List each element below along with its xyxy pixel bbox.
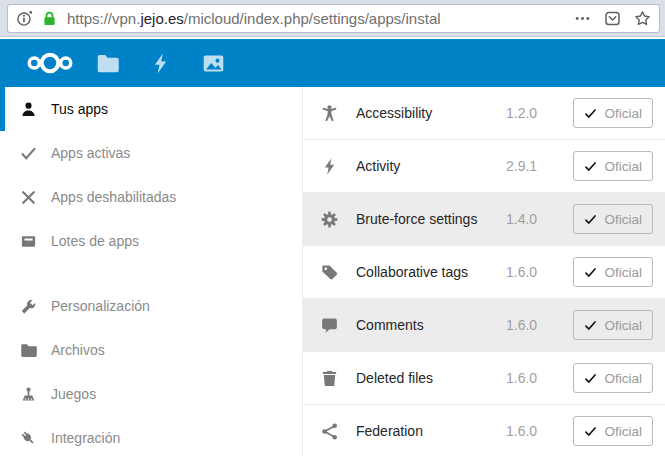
app-name: Brute-force settings xyxy=(356,211,506,227)
official-badge: Oficial xyxy=(573,257,653,287)
sidebar-item-label: Apps deshabilitadas xyxy=(51,189,176,205)
bundle-icon xyxy=(20,233,37,250)
app-navigation-icons xyxy=(96,52,225,75)
official-badge: Oficial xyxy=(573,151,653,181)
share-icon xyxy=(320,422,339,441)
app-version: 1.6.0 xyxy=(506,264,554,280)
gear-icon xyxy=(320,210,339,229)
joystick-icon xyxy=(20,386,37,403)
app-version: 1.6.0 xyxy=(506,423,554,439)
sidebar-item-label: Integración xyxy=(51,430,120,446)
app-row-brute-force-settings[interactable]: Brute-force settings1.4.0Oficial xyxy=(303,193,665,246)
app-version: 1.6.0 xyxy=(506,370,554,386)
check-icon xyxy=(584,425,597,438)
app-row-deleted-files[interactable]: Deleted files1.6.0Oficial xyxy=(303,352,665,405)
star-icon[interactable] xyxy=(634,10,651,27)
app-row-activity[interactable]: Activity2.9.1Oficial xyxy=(303,140,665,193)
official-badge: Oficial xyxy=(573,416,653,446)
screen: https://vpn.jejo.es/micloud/index.php/se… xyxy=(0,0,665,456)
sidebar-item-label: Archivos xyxy=(51,342,105,358)
app-name: Deleted files xyxy=(356,370,506,386)
ellipsis-icon[interactable] xyxy=(574,10,591,27)
sidebar-item-juegos[interactable]: Juegos xyxy=(0,372,302,416)
check-icon xyxy=(584,107,597,120)
app-name: Comments xyxy=(356,317,506,333)
app-name: Collaborative tags xyxy=(356,264,506,280)
url-path: /micloud/index.php/settings/apps/instal xyxy=(184,10,441,27)
nav-gallery[interactable] xyxy=(202,52,225,75)
official-badge-label: Oficial xyxy=(604,265,642,280)
check-icon xyxy=(20,145,37,162)
sidebar-item-label: Personalización xyxy=(51,298,150,314)
official-badge-label: Oficial xyxy=(604,159,642,174)
app-name: Federation xyxy=(356,423,506,439)
app-name: Accessibility xyxy=(356,105,506,121)
app-name: Activity xyxy=(356,158,506,174)
check-icon xyxy=(584,266,597,279)
url-domain: jejo.es xyxy=(140,10,183,27)
official-badge-label: Oficial xyxy=(604,318,642,333)
close-icon xyxy=(20,189,37,206)
tag-icon xyxy=(320,263,339,282)
app-row-collaborative-tags[interactable]: Collaborative tags1.6.0Oficial xyxy=(303,246,665,299)
urlbar-actions xyxy=(574,10,651,27)
nav-activity[interactable] xyxy=(149,52,172,75)
sidebar-item-apps-activas[interactable]: Apps activas xyxy=(0,131,302,175)
official-badge: Oficial xyxy=(573,363,653,393)
nextcloud-logo-icon[interactable] xyxy=(18,49,82,77)
official-badge: Oficial xyxy=(573,204,653,234)
official-badge-label: Oficial xyxy=(604,424,642,439)
sidebar-item-apps-deshabilitadas[interactable]: Apps deshabilitadas xyxy=(0,175,302,219)
official-badge: Oficial xyxy=(573,310,653,340)
sidebar-item-label: Juegos xyxy=(51,386,96,402)
check-icon xyxy=(584,213,597,226)
sidebar-item-personalizacion[interactable]: Personalización xyxy=(0,284,302,328)
app-row-accessibility[interactable]: Accessibility1.2.0Oficial xyxy=(303,87,665,140)
sidebar-item-label: Apps activas xyxy=(51,145,130,161)
app-version: 2.9.1 xyxy=(506,158,554,174)
lightning-icon xyxy=(320,157,339,176)
folder-icon xyxy=(20,342,37,359)
site-identity xyxy=(16,10,58,27)
trash-icon xyxy=(320,369,339,388)
sidebar-item-lotes-de-apps[interactable]: Lotes de apps xyxy=(0,219,302,263)
nextcloud-header xyxy=(0,37,665,87)
user-icon xyxy=(20,101,37,118)
folder-icon xyxy=(96,52,119,75)
lightning-icon xyxy=(149,52,172,75)
sidebar-item-integracion[interactable]: Integración xyxy=(0,416,302,456)
comment-icon xyxy=(320,316,339,335)
image-icon xyxy=(202,52,225,75)
app-row-comments[interactable]: Comments1.6.0Oficial xyxy=(303,299,665,352)
check-icon xyxy=(584,372,597,385)
accessibility-icon xyxy=(320,104,339,123)
sidebar-item-label: Lotes de apps xyxy=(51,233,139,249)
app-version: 1.4.0 xyxy=(506,211,554,227)
url-bar[interactable]: https://vpn.jejo.es/micloud/index.php/se… xyxy=(7,4,660,33)
official-badge-label: Oficial xyxy=(604,371,642,386)
official-badge-label: Oficial xyxy=(604,212,642,227)
apps-sidebar: Tus appsApps activasApps deshabilitadasL… xyxy=(0,87,303,456)
official-badge-label: Oficial xyxy=(604,106,642,121)
check-icon xyxy=(584,160,597,173)
app-list: Accessibility1.2.0OficialActivity2.9.1Of… xyxy=(303,87,665,456)
sidebar-item-archivos[interactable]: Archivos xyxy=(0,328,302,372)
app-version: 1.6.0 xyxy=(506,317,554,333)
wrench-icon xyxy=(20,298,37,315)
url-scheme-subdomain: https://vpn. xyxy=(67,10,140,27)
browser-chrome: https://vpn.jejo.es/micloud/index.php/se… xyxy=(0,0,665,37)
check-icon xyxy=(584,319,597,332)
lock-icon[interactable] xyxy=(41,10,58,27)
sidebar-item-tus-apps[interactable]: Tus apps xyxy=(0,87,302,131)
official-badge: Oficial xyxy=(573,98,653,128)
plug-icon xyxy=(20,430,37,447)
pocket-icon[interactable] xyxy=(604,10,621,27)
nav-files[interactable] xyxy=(96,52,119,75)
app-version: 1.2.0 xyxy=(506,105,554,121)
url-text: https://vpn.jejo.es/micloud/index.php/se… xyxy=(67,10,564,27)
app-row-federation[interactable]: Federation1.6.0Oficial xyxy=(303,405,665,456)
info-icon[interactable] xyxy=(16,10,33,27)
page-content: Tus appsApps activasApps deshabilitadasL… xyxy=(0,87,665,456)
sidebar-item-label: Tus apps xyxy=(51,101,108,117)
